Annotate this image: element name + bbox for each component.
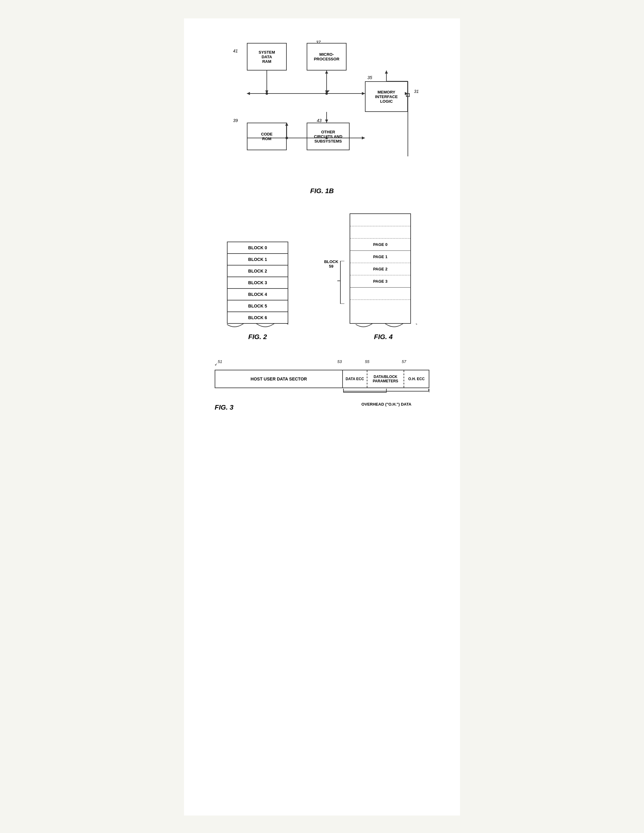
svg-marker-4 — [325, 90, 330, 93]
page3-row: PAGE 3 — [350, 275, 410, 288]
fig3-brace-svg — [215, 388, 429, 400]
table-row: BLOCK 3 — [227, 277, 288, 288]
fig2-left: BLOCK 0 BLOCK 1 BLOCK 2 BLOCK 3 BLOCK 4 … — [227, 241, 288, 341]
fig1b-container: 41 SYSTEMDATARAM 37 MICRO-PROCESSOR 35 M… — [203, 31, 441, 198]
fig4-right: BLOCK 59 PAGE 0 PAGE 1 PAGE 2 PAGE 3 — [343, 213, 417, 341]
fig1b-diagram: 41 SYSTEMDATARAM 37 MICRO-PROCESSOR 35 M… — [230, 37, 414, 184]
fig4-outer-box: PAGE 0 PAGE 1 PAGE 2 PAGE 3 — [349, 213, 411, 324]
ref55-label: 55 — [365, 359, 369, 364]
fig24-container: BLOCK 0 BLOCK 1 BLOCK 2 BLOCK 3 BLOCK 4 … — [203, 213, 441, 341]
host-user-data-sector: HOST USER DATA SECTOR — [215, 370, 343, 388]
system-data-ram-box: SYSTEMDATARAM — [247, 43, 287, 71]
block3-cell: BLOCK 3 — [227, 277, 288, 288]
page0-row: PAGE 0 — [350, 238, 410, 251]
ref-31: 31 — [414, 89, 419, 94]
page: 41 SYSTEMDATARAM 37 MICRO-PROCESSOR 35 M… — [184, 18, 460, 815]
table-row: BLOCK 4 — [227, 288, 288, 300]
block0-cell: BLOCK 0 — [227, 242, 288, 254]
fig1b-title: FIG. 1B — [310, 187, 334, 195]
svg-marker-8 — [247, 92, 250, 95]
fig4-top-dashed2 — [350, 226, 410, 238]
block4-cell: BLOCK 4 — [227, 288, 288, 300]
svg-marker-3 — [325, 71, 328, 74]
ref51-label: 51 — [218, 359, 222, 364]
ref-41: 41 — [233, 48, 238, 53]
table-row: BLOCK 1 — [227, 254, 288, 265]
data-block-params-cell: DATA/BLOCK PARAMETERS — [367, 370, 404, 388]
table-row: BLOCK 6 — [227, 312, 288, 323]
ref-35: 35 — [367, 75, 372, 80]
fig4-bot-dashed2 — [350, 300, 410, 312]
block2-cell: BLOCK 2 — [227, 265, 288, 277]
ref53-label: 53 — [337, 359, 341, 364]
svg-point-7 — [325, 92, 328, 95]
microprocessor-box: MICRO-PROCESSOR — [307, 43, 346, 71]
table-row: BLOCK 0 — [227, 242, 288, 254]
page2-row: PAGE 2 — [350, 263, 410, 275]
svg-marker-13 — [325, 119, 328, 123]
svg-marker-11 — [385, 71, 388, 74]
block-table: BLOCK 0 BLOCK 1 BLOCK 2 BLOCK 3 BLOCK 4 … — [227, 241, 288, 324]
table-row: BLOCK 2 — [227, 265, 288, 277]
ref-39: 39 — [233, 118, 238, 123]
fig4-bot-dashed1 — [350, 288, 410, 300]
fig4-squiggle — [349, 324, 417, 330]
block1-cell: BLOCK 1 — [227, 254, 288, 265]
ref57-label: 57 — [402, 359, 406, 364]
fig3-label: FIG. 3 — [215, 404, 233, 412]
memory-interface-logic-box: MEMORYINTERFACELOGIC — [365, 81, 408, 112]
oh-ecc-cell: O.H. ECC — [404, 370, 429, 388]
squiggle-bottom — [227, 324, 288, 330]
svg-marker-19 — [362, 137, 365, 140]
other-circuits-box: OTHERCIRCUITS ANDSUBSYSTEMS — [307, 123, 349, 150]
table-row: BLOCK 5 — [227, 300, 288, 312]
page1-row: PAGE 1 — [350, 251, 410, 263]
data-ecc-cell: DATA ECC — [343, 370, 367, 388]
fig4-diagram: BLOCK 59 PAGE 0 PAGE 1 PAGE 2 PAGE 3 — [343, 213, 417, 324]
fig3-container: 51 ↙ 53 55 57 HOST USER DATA SECTOR DATA… — [203, 359, 441, 412]
fig4-top-dashed1 — [350, 214, 410, 226]
fig2-label: FIG. 2 — [248, 333, 267, 341]
code-rom-box: CODEROM — [247, 123, 287, 150]
svg-marker-1 — [265, 90, 268, 93]
ref-43: 43 — [317, 118, 322, 123]
overhead-label: OVERHEAD ("O.H.") DATA — [343, 402, 429, 407]
ref51-arrow: ↙ — [215, 362, 217, 367]
fig3-data-row: HOST USER DATA SECTOR DATA ECC DATA/BLOC… — [215, 370, 429, 388]
svg-point-6 — [266, 92, 268, 95]
block5-cell: BLOCK 5 — [227, 300, 288, 312]
brace-svg — [336, 261, 345, 304]
fig4-label: FIG. 4 — [374, 333, 393, 341]
svg-marker-9 — [362, 92, 365, 95]
block6-cell: BLOCK 6 — [227, 312, 288, 323]
